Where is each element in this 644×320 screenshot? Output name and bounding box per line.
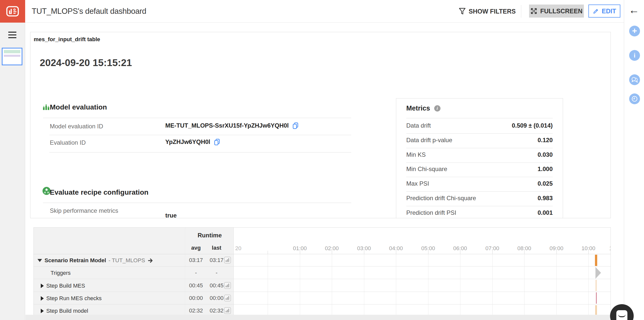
mini-bar-chart-icon[interactable] [224,257,231,263]
page-title: TUT_MLOPS's default dashboard [32,0,146,23]
edit-button[interactable]: EDIT [588,5,620,18]
copy-icon[interactable] [292,122,299,129]
scenario-project-suffix: - TUT_MLOPS [109,257,145,264]
thumbnail-block-purple [4,55,20,57]
metric-value: 0.983 [538,195,553,202]
expand-triangle-icon[interactable] [41,309,44,313]
table-row-scenario[interactable]: Scenario Retrain Model - TUT_MLOPS 03:17… [34,254,611,266]
info-circle-icon[interactable]: i [434,105,440,112]
metric-label: Prediction drift Chi-square [406,195,476,202]
right-action-rail: ← + i [624,0,644,320]
metric-value: 0.030 [538,151,553,158]
mini-bar-chart-icon[interactable] [224,282,231,289]
slide-thumbnail-selected[interactable] [2,48,22,65]
scenario-gantt-tile: Runtime avg last 20 01:00 02:00 03:00 04… [33,227,611,315]
avg-value: - [184,270,208,276]
metric-value: 0.120 [538,137,553,144]
skip-performance-metrics-value: true [165,212,177,218]
evaluation-id-label: Evaluation ID [50,139,86,146]
tile-title: mes_for_input_drift table [34,36,100,43]
tick-mark [460,251,460,254]
show-filters-label: SHOW FILTERS [469,8,516,15]
show-filters-button[interactable]: SHOW FILTERS [459,5,516,18]
goto-scenario-arrow-icon[interactable] [148,258,153,263]
mini-bar-chart-icon[interactable] [224,307,231,314]
tick-mark [396,251,396,254]
gantt-run-bar-step[interactable] [596,292,597,304]
step-name: Step Build MES [46,283,85,289]
collapse-triangle-icon[interactable] [37,259,42,262]
tick-mark [300,251,300,254]
metrics-title: Metrics i [406,104,440,112]
last-header: last [205,245,228,251]
metric-label: Data drift [406,122,431,129]
avg-header: avg [184,245,208,251]
back-arrow-button[interactable]: ← [629,4,639,16]
tick-mark [332,251,332,254]
top-bar: TUT_MLOPS's default dashboard SHOW FILTE… [0,0,624,23]
step-name: Step Run MES checks [46,295,102,302]
thumbnail-block-green [4,50,20,53]
metric-value: 0.509 ± (0.014) [512,122,553,129]
table-row-step-build-mes[interactable]: Step Build MES 00:45 00:45 [34,279,611,292]
tick-mark [364,251,364,254]
triggers-label: Triggers [51,270,71,276]
metrics-divider [406,133,553,134]
mini-bar-chart-icon[interactable] [224,295,231,301]
last-value: - [205,270,228,276]
gantt-run-bar-step[interactable] [595,305,597,315]
table-row-triggers[interactable]: Triggers - - [34,266,611,279]
gantt-run-bar-step[interactable] [596,280,596,291]
section-divider [43,118,351,118]
table-row-step-build-model[interactable]: Step Build model 02:32 02:32 [34,304,611,315]
topbar-divider [521,5,521,18]
section-divider [43,203,351,203]
clock-icon [631,95,638,102]
fullscreen-button[interactable]: FULLSCREEN [529,5,584,18]
metric-label: Min Chi-square [406,166,447,173]
discussions-button[interactable] [629,74,640,85]
edit-label: EDIT [602,8,616,15]
model-evaluation-id-label: Model evaluation ID [50,123,103,130]
row-divider [49,152,351,152]
tick-mark [524,251,525,254]
evaluation-timestamp: 2024-09-20 15:15:21 [40,57,132,68]
metrics-divider [406,118,553,118]
metric-label: Max PSI [406,180,429,187]
page-bottom-strip [25,315,611,320]
metrics-divider [406,177,553,177]
skip-performance-metrics-label: Skip performance metrics [50,207,118,214]
add-insight-button[interactable]: + [629,26,640,36]
tick-mark [556,251,557,254]
hamburger-menu-icon[interactable] [8,32,16,40]
dashboards-logo[interactable] [0,0,25,23]
timeline-tick: 20 [235,245,241,252]
metrics-panel: Metrics i Data drift 0.509 ± (0.014) Dat… [396,98,563,218]
row-divider [49,135,351,135]
expand-triangle-icon[interactable] [41,284,44,288]
gantt-trigger-marker[interactable] [595,267,601,279]
metric-label: Min KS [406,151,426,158]
table-row-step-run-mes-checks[interactable]: Step Run MES checks 00:00 00:00 [34,292,611,304]
gantt-run-bar-scenario[interactable] [595,255,597,266]
info-panel-button[interactable]: i [629,50,640,61]
expand-arrows-icon [530,8,537,15]
avg-value: 03:17 [184,257,208,263]
metrics-divider [406,148,553,148]
tick-mark [492,251,493,254]
discussions-icon [631,77,638,83]
history-button[interactable] [629,93,640,104]
slides-sidebar [0,23,25,320]
avg-value: 02:32 [184,307,208,314]
metric-value: 0.001 [538,209,553,216]
metrics-divider [406,206,553,206]
funnel-icon [459,8,466,15]
tick-mark [268,251,268,254]
dashboard-logo-icon [6,6,19,17]
mes-for-input-drift-tile: mes_for_input_drift table 2024-09-20 15:… [30,32,611,218]
podium-icon [43,104,50,111]
metrics-divider [406,163,553,163]
copy-icon[interactable] [214,139,220,145]
metric-label: Data drift p-value [406,137,452,144]
expand-triangle-icon[interactable] [41,296,44,301]
